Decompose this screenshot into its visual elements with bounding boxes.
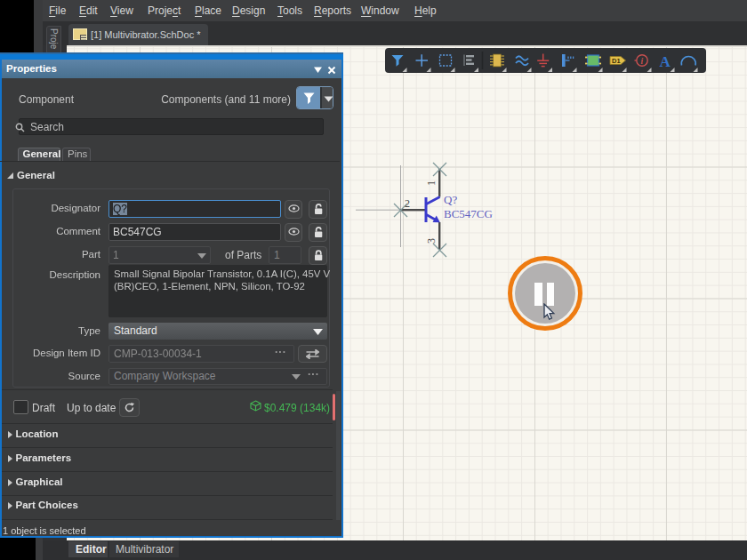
svg-text:2: 2: [405, 197, 410, 210]
svg-text:BC547CG: BC547CG: [444, 207, 493, 220]
svg-text:i: i: [641, 57, 644, 66]
svg-text:Q?: Q?: [444, 193, 457, 206]
svg-text:A: A: [660, 53, 671, 70]
svg-text:D1: D1: [612, 57, 621, 65]
svg-text:1: 1: [425, 180, 438, 186]
svg-text:3: 3: [425, 238, 438, 244]
